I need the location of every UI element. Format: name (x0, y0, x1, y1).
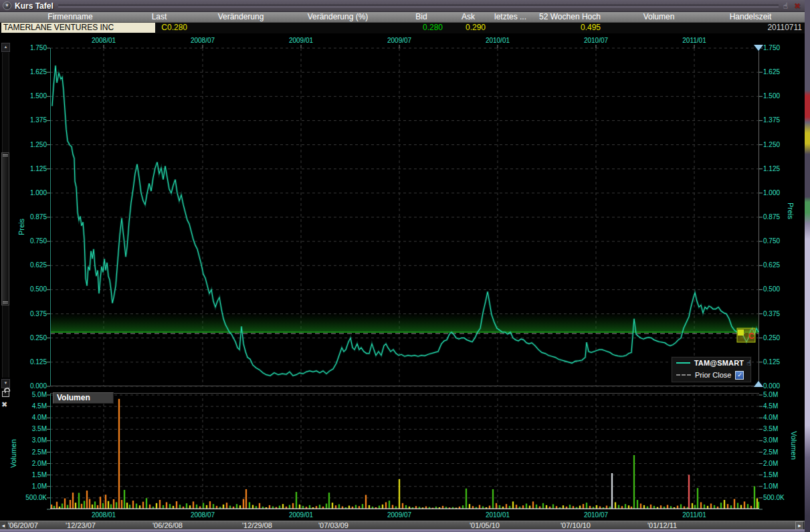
ask-value: 0.290 (432, 23, 486, 33)
axis-range-handle-top[interactable] (754, 45, 763, 51)
chart-legend: TAM@SMART ☝ Prior Close ✓ (671, 356, 752, 383)
price-tick-label: 1.250 (20, 142, 47, 148)
trade-time-value: 20110711 (728, 23, 802, 33)
volume-tick-label: 4.5M (763, 403, 795, 410)
volume-tick-label: 4.0M (763, 414, 795, 421)
price-tick-label: 0.875 (763, 214, 793, 221)
price-tick-label: 0.000 (763, 383, 793, 390)
col-veraenderung-pct[interactable]: Veränderung (%) (308, 12, 369, 21)
svg-text:C: C (748, 331, 754, 341)
col-firmenname[interactable]: Firmenname (47, 12, 92, 21)
prior-close-dash-swatch (676, 374, 691, 376)
date-tick-label: 2008/07 (191, 511, 215, 519)
axis-range-handle-bottom[interactable] (754, 381, 763, 387)
date-tick-label: 2010/07 (584, 37, 608, 44)
titlebar-rule (58, 5, 779, 7)
volume-tick-label: 3.5M (16, 426, 47, 432)
date-tick-label: 2009/07 (387, 511, 411, 519)
col-bid[interactable]: Bid (415, 12, 427, 21)
date-tick-label: 2008/01 (92, 511, 116, 519)
price-tick-label: 1.000 (20, 190, 47, 196)
52-week-high-value: 0.495 (544, 23, 601, 33)
price-tick-label: 0.375 (763, 311, 793, 317)
close-icon[interactable]: ✖ (794, 1, 801, 11)
price-tick-label: 1.750 (763, 45, 793, 51)
legend-prior-close-label: Prior Close (695, 371, 731, 379)
price-tick-label: 0.625 (20, 262, 47, 269)
prior-close-checkbox[interactable]: ✓ (735, 371, 744, 380)
volume-tick-label: 3.5M (763, 426, 795, 432)
price-tick-label: 0.625 (763, 262, 793, 269)
v-scrollbar-thumb[interactable] (1, 152, 9, 305)
price-tick-label: 1.125 (20, 166, 47, 172)
volume-tick-label: 5.0M (763, 392, 795, 398)
volume-tick-label: 4.0M (16, 414, 47, 421)
price-tick-label: 0.750 (763, 238, 793, 245)
scroll-down-icon[interactable]: ▼ (1, 379, 10, 388)
price-tick-label: 0.125 (763, 359, 793, 366)
price-tick-label: 0.500 (20, 286, 47, 293)
price-tick-label: 0.000 (20, 383, 47, 390)
price-tick-label: 0.125 (20, 359, 47, 366)
last-value: C0.280 (120, 23, 187, 33)
date-tick-label: 2011/01 (682, 37, 706, 44)
remove-pane-icon[interactable]: ✖ (1, 400, 7, 409)
price-tick-label: 1.375 (20, 117, 47, 124)
price-tick-label: 0.375 (20, 311, 47, 317)
legend-series-label: TAM@SMART (694, 359, 744, 367)
series-line-swatch (676, 362, 690, 364)
unlock-icon[interactable] (2, 391, 9, 397)
volume-tick-label: 1.5M (763, 472, 795, 479)
collapse-icon[interactable]: ▼ (3, 1, 11, 10)
volume-tick-label: 3.0M (763, 437, 795, 444)
volume-tick-label: 1.0M (16, 483, 47, 490)
price-tick-label: 0.250 (763, 335, 793, 342)
date-tick-label: 2008/01 (92, 37, 116, 44)
col-volumen[interactable]: Volumen (643, 12, 675, 21)
volume-tick-label: 3.0M (16, 437, 47, 444)
price-tick-label: 1.625 (20, 69, 47, 76)
date-tick-label: 2010/07 (584, 511, 608, 519)
price-axis-title-left: Preis (17, 219, 25, 235)
date-tick-label: 2011/01 (682, 511, 706, 519)
scroll-up-icon[interactable]: ▲ (1, 43, 10, 52)
volume-tick-label: 2.5M (16, 449, 47, 456)
quote-header-row: Firmenname Last Veränderung Veränderung … (0, 12, 805, 23)
date-tick-label: 2009/01 (289, 37, 313, 44)
price-tick-label: 1.250 (763, 142, 793, 148)
legend-prior-close-row[interactable]: Prior Close ✓ (672, 369, 751, 381)
price-tick-label: 1.500 (763, 93, 793, 100)
volume-tick-label: 1.0M (763, 483, 795, 490)
col-veraenderung[interactable]: Veränderung (218, 12, 264, 21)
legend-hand-icon: ☝ (746, 359, 751, 368)
col-ask[interactable]: Ask (462, 12, 475, 21)
price-chart[interactable]: C (50, 48, 759, 386)
background-window-edge (805, 0, 810, 532)
volume-tick-label: 2.0M (763, 460, 795, 467)
volume-tick-label: 500.0K (16, 495, 47, 501)
volume-pane-title: Volumen (53, 392, 114, 404)
volume-chart[interactable] (50, 393, 759, 509)
date-tick-label: 2010/01 (486, 511, 510, 519)
date-tick-label: 2009/07 (387, 37, 411, 44)
legend-series-row[interactable]: TAM@SMART ☝ (672, 357, 751, 369)
price-tick-label: 0.250 (20, 335, 47, 342)
volume-tick-label: 5.0M (16, 392, 47, 398)
col-52-wochen-hoch[interactable]: 52 Wochen Hoch (539, 12, 601, 21)
price-tick-label: 1.625 (763, 69, 793, 76)
window-titlebar[interactable]: ▼ Kurs Tafel ☝ ✖ (0, 0, 805, 12)
volume-tick-label: 500.0K (763, 495, 795, 501)
col-last[interactable]: Last (152, 12, 167, 21)
col-letztes[interactable]: letztes ... (494, 12, 526, 21)
price-tick-label: 0.750 (20, 238, 47, 245)
quote-row[interactable]: TAMERLANE VENTURES INC C0.280 0.280 0.29… (0, 23, 805, 34)
price-tick-label: 1.500 (20, 93, 47, 100)
price-tick-label: 1.125 (763, 166, 793, 172)
window-title: Kurs Tafel (15, 1, 54, 11)
price-tick-label: 1.000 (763, 190, 793, 196)
price-tick-label: 0.875 (20, 214, 47, 221)
volume-tick-label: 4.5M (16, 403, 47, 410)
window-bottom-border (0, 529, 805, 532)
col-handelszeit[interactable]: Handelszeit (730, 12, 772, 21)
move-hand-icon[interactable]: ☝ (783, 1, 788, 11)
